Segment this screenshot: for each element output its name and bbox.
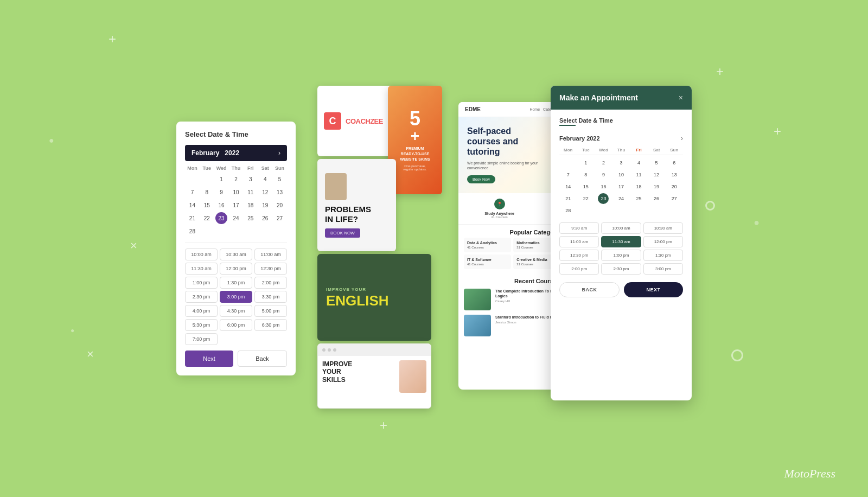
cal-date[interactable]: 2 [230,173,242,185]
mcal-date[interactable]: 9 [598,169,609,180]
mcal-date-selected[interactable]: 23 [598,193,609,204]
cal-date[interactable]: 16 [215,199,227,211]
cal-date[interactable]: 15 [201,199,213,211]
modal-close-button[interactable]: × [679,93,683,102]
cal-date[interactable]: 28 [186,225,198,237]
mcal-date[interactable]: 7 [563,169,573,180]
mcal-date[interactable]: 26 [651,193,662,204]
modal-time-1030am[interactable]: 10:30 am [643,222,683,234]
cal-date[interactable]: 5 [274,173,286,185]
time-btn-700pm[interactable]: 7:00 pm [185,333,218,345]
time-btn-130pm[interactable]: 1:30 pm [220,277,252,289]
mcal-date[interactable]: 3 [616,157,627,168]
mcal-date[interactable]: 28 [563,205,573,216]
back-button[interactable]: Back [238,351,287,367]
modal-time-230pm[interactable]: 2:30 pm [601,263,641,275]
cal-date[interactable]: 8 [201,186,213,198]
cal-date[interactable]: 18 [245,199,257,211]
cal-date[interactable]: 4 [259,173,271,185]
problems-btn[interactable]: BOOK NOW [325,228,360,238]
time-btn-200pm[interactable]: 2:00 pm [254,277,287,289]
time-btn-630pm[interactable]: 6:30 pm [254,319,287,331]
time-btn-1100am[interactable]: 11:00 am [254,248,287,260]
time-btn-430pm[interactable]: 4:30 pm [220,305,252,317]
time-btn-1230pm[interactable]: 12:30 pm [254,263,287,275]
modal-time-1200pm[interactable]: 12:00 pm [643,236,683,247]
mcal-date[interactable]: 6 [669,157,680,168]
modal-time-300pm[interactable]: 3:00 pm [643,263,683,275]
cal-date[interactable]: 20 [274,199,286,211]
modal-time-130pm[interactable]: 1:30 pm [643,250,683,261]
cal-date[interactable]: 27 [274,212,286,224]
time-btn-530pm[interactable]: 5:30 pm [185,319,218,331]
cal-date[interactable]: 21 [186,212,198,224]
mcal-date[interactable]: 11 [634,169,644,180]
time-btn-500pm[interactable]: 5:00 pm [254,305,287,317]
cal-date[interactable]: 19 [259,199,271,211]
mcal-date[interactable]: 16 [598,181,609,192]
mcal-date[interactable]: 13 [669,169,680,180]
wp-hero-btn[interactable]: Book Now [467,175,495,183]
time-btn-400pm[interactable]: 4:00 pm [185,305,218,317]
cal-date[interactable]: 12 [259,186,271,198]
mcal-date[interactable]: 10 [616,169,627,180]
time-btn-1130am[interactable]: 11:30 am [185,263,218,275]
modal-next-button[interactable]: NEXT [624,282,683,297]
mcal-date[interactable]: 19 [651,181,662,192]
mcal-date[interactable]: 17 [616,181,627,192]
mcal-date[interactable]: 25 [634,193,644,204]
modal-back-button[interactable]: BACK [559,282,620,297]
cal-date[interactable]: 17 [230,199,242,211]
modal-time-930am[interactable]: 9:30 am [559,222,599,234]
day-sat: Sat [258,165,272,171]
wp-cat-4[interactable]: IT & Software41 Courses [464,254,511,269]
cal-date-selected[interactable]: 23 [215,212,227,224]
modal-time-1100am[interactable]: 11:00 am [559,236,599,247]
mcal-date[interactable]: 1 [580,157,591,168]
mcal-date[interactable]: 24 [616,193,627,204]
cal-date[interactable]: 25 [245,212,257,224]
time-btn-300pm-selected[interactable]: 3:00 pm [220,291,252,303]
modal-time-1130am-selected[interactable]: 11:30 am [601,236,641,247]
cal-date[interactable]: 3 [245,173,257,185]
modal-time-1230pm[interactable]: 12:30 pm [559,250,599,261]
mcal-date[interactable]: 8 [580,169,591,180]
mcal-date[interactable]: 20 [669,181,680,192]
time-btn-330pm[interactable]: 3:30 pm [254,291,287,303]
cal-date[interactable]: 24 [230,212,242,224]
time-btn-600pm[interactable]: 6:00 pm [220,319,252,331]
nav-home[interactable]: Home [529,107,540,111]
mcal-date[interactable]: 12 [651,169,662,180]
mcal-date[interactable]: 2 [598,157,609,168]
cal-date[interactable]: 26 [259,212,271,224]
cal-next-arrow[interactable]: › [278,149,280,157]
mcal-date[interactable]: 22 [580,193,591,204]
mcal-date[interactable]: 5 [651,157,662,168]
cal-date[interactable]: 9 [215,186,227,198]
cal-grid: Mon Tue Wed Thu Fri Sat Sun 1 2 3 4 5 7 … [185,165,287,237]
time-btn-100pm[interactable]: 1:00 pm [185,277,218,289]
cal-date[interactable]: 11 [245,186,257,198]
modal-time-1000am[interactable]: 10:00 am [601,222,641,234]
time-btn-1030am[interactable]: 10:30 am [220,248,252,260]
time-btn-230pm[interactable]: 2:30 pm [185,291,218,303]
mcal-date[interactable]: 4 [634,157,644,168]
cal-date[interactable]: 10 [230,186,242,198]
modal-time-200pm[interactable]: 2:00 pm [559,263,599,275]
next-button[interactable]: Next [185,351,233,367]
cal-date[interactable]: 14 [186,199,198,211]
cal-date[interactable]: 1 [215,173,227,185]
cal-date[interactable]: 22 [201,212,213,224]
mcal-date[interactable]: 18 [634,181,644,192]
modal-time-100pm[interactable]: 1:00 pm [601,250,641,261]
mcal-date[interactable]: 21 [563,193,573,204]
mcal-date[interactable]: 14 [563,181,573,192]
modal-cal-nav[interactable]: › [681,135,683,142]
cal-date[interactable]: 13 [274,186,286,198]
time-btn-1200pm[interactable]: 12:00 pm [220,263,252,275]
wp-cat-1[interactable]: Data & Analytics41 Courses [464,238,511,252]
mcal-date[interactable]: 27 [669,193,680,204]
time-btn-1000am[interactable]: 10:00 am [185,248,218,260]
mcal-date[interactable]: 15 [580,181,591,192]
cal-date[interactable]: 7 [186,186,198,198]
